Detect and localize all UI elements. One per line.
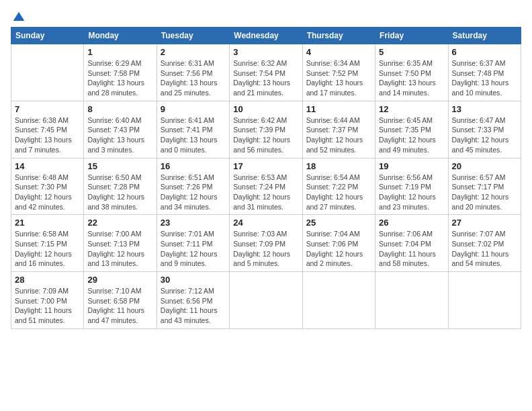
day-number: 6 [452, 47, 517, 57]
day-number: 7 [15, 104, 80, 114]
day-number: 10 [233, 104, 298, 114]
header-cell-saturday: Saturday [448, 28, 521, 44]
day-number: 12 [379, 104, 444, 114]
calendar-table: SundayMondayTuesdayWednesdayThursdayFrid… [11, 27, 521, 329]
header-cell-sunday: Sunday [11, 28, 84, 44]
day-number: 21 [15, 218, 80, 228]
day-cell: 20Sunrise: 6:57 AMSunset: 7:17 PMDayligh… [448, 158, 521, 215]
day-cell: 12Sunrise: 6:45 AMSunset: 7:35 PMDayligh… [375, 101, 448, 158]
header-cell-thursday: Thursday [302, 28, 375, 44]
day-cell: 3Sunrise: 6:32 AMSunset: 7:54 PMDaylight… [230, 44, 302, 101]
day-number: 24 [233, 218, 298, 228]
day-number: 17 [233, 161, 298, 171]
svg-marker-0 [13, 12, 25, 21]
page-header [11, 11, 521, 21]
day-info: Sunrise: 7:12 AMSunset: 6:56 PMDaylight:… [161, 286, 226, 326]
day-cell: 26Sunrise: 7:06 AMSunset: 7:04 PMDayligh… [375, 215, 448, 272]
day-info: Sunrise: 6:58 AMSunset: 7:15 PMDaylight:… [15, 229, 80, 269]
header-row: SundayMondayTuesdayWednesdayThursdayFrid… [11, 28, 521, 44]
day-cell: 5Sunrise: 6:35 AMSunset: 7:50 PMDaylight… [375, 44, 448, 101]
day-cell: 4Sunrise: 6:34 AMSunset: 7:52 PMDaylight… [302, 44, 375, 101]
day-number: 25 [306, 218, 371, 228]
day-cell: 15Sunrise: 6:50 AMSunset: 7:28 PMDayligh… [84, 158, 157, 215]
week-row-2: 7Sunrise: 6:38 AMSunset: 7:45 PMDaylight… [11, 101, 521, 158]
day-cell: 23Sunrise: 7:01 AMSunset: 7:11 PMDayligh… [157, 215, 229, 272]
day-cell: 21Sunrise: 6:58 AMSunset: 7:15 PMDayligh… [11, 215, 84, 272]
header-cell-monday: Monday [84, 28, 157, 44]
day-cell: 27Sunrise: 7:07 AMSunset: 7:02 PMDayligh… [448, 215, 521, 272]
day-number: 27 [452, 218, 517, 228]
day-info: Sunrise: 6:54 AMSunset: 7:22 PMDaylight:… [306, 173, 371, 212]
week-row-3: 14Sunrise: 6:48 AMSunset: 7:30 PMDayligh… [11, 158, 521, 215]
day-number: 16 [161, 161, 226, 171]
day-cell: 22Sunrise: 7:00 AMSunset: 7:13 PMDayligh… [84, 215, 157, 272]
day-info: Sunrise: 6:41 AMSunset: 7:41 PMDaylight:… [161, 116, 226, 155]
day-number: 29 [87, 275, 152, 285]
day-number: 30 [161, 275, 226, 285]
day-number: 11 [306, 104, 371, 114]
day-cell: 6Sunrise: 6:37 AMSunset: 7:48 PMDaylight… [448, 44, 521, 101]
day-number: 1 [87, 47, 152, 57]
day-number: 20 [452, 161, 517, 171]
day-info: Sunrise: 6:40 AMSunset: 7:43 PMDaylight:… [87, 116, 152, 155]
day-number: 5 [379, 47, 444, 57]
day-info: Sunrise: 6:31 AMSunset: 7:56 PMDaylight:… [161, 58, 226, 98]
day-number: 2 [161, 47, 226, 57]
day-cell [302, 272, 375, 329]
logo [11, 11, 26, 21]
day-number: 8 [87, 104, 152, 114]
day-cell: 16Sunrise: 6:51 AMSunset: 7:26 PMDayligh… [157, 158, 229, 215]
week-row-4: 21Sunrise: 6:58 AMSunset: 7:15 PMDayligh… [11, 215, 521, 272]
day-cell: 19Sunrise: 6:56 AMSunset: 7:19 PMDayligh… [375, 158, 448, 215]
logo-icon [12, 11, 26, 24]
day-number: 18 [306, 161, 371, 171]
day-info: Sunrise: 6:48 AMSunset: 7:30 PMDaylight:… [15, 173, 80, 212]
day-cell: 9Sunrise: 6:41 AMSunset: 7:41 PMDaylight… [157, 101, 229, 158]
day-cell: 8Sunrise: 6:40 AMSunset: 7:43 PMDaylight… [84, 101, 157, 158]
day-cell: 28Sunrise: 7:09 AMSunset: 7:00 PMDayligh… [11, 272, 84, 329]
day-number: 4 [306, 47, 371, 57]
day-info: Sunrise: 6:42 AMSunset: 7:39 PMDaylight:… [233, 116, 298, 155]
day-number: 3 [233, 47, 298, 57]
header-cell-wednesday: Wednesday [230, 28, 302, 44]
day-number: 15 [87, 161, 152, 171]
day-cell [448, 272, 521, 329]
header-cell-friday: Friday [375, 28, 448, 44]
day-cell: 14Sunrise: 6:48 AMSunset: 7:30 PMDayligh… [11, 158, 84, 215]
day-cell: 25Sunrise: 7:04 AMSunset: 7:06 PMDayligh… [302, 215, 375, 272]
day-number: 26 [379, 218, 444, 228]
day-info: Sunrise: 6:47 AMSunset: 7:33 PMDaylight:… [452, 116, 517, 155]
day-cell: 11Sunrise: 6:44 AMSunset: 7:37 PMDayligh… [302, 101, 375, 158]
day-cell: 13Sunrise: 6:47 AMSunset: 7:33 PMDayligh… [448, 101, 521, 158]
day-cell: 18Sunrise: 6:54 AMSunset: 7:22 PMDayligh… [302, 158, 375, 215]
header-cell-tuesday: Tuesday [157, 28, 229, 44]
day-info: Sunrise: 6:44 AMSunset: 7:37 PMDaylight:… [306, 116, 371, 155]
day-cell: 7Sunrise: 6:38 AMSunset: 7:45 PMDaylight… [11, 101, 84, 158]
day-info: Sunrise: 7:10 AMSunset: 6:58 PMDaylight:… [87, 286, 152, 326]
day-info: Sunrise: 7:00 AMSunset: 7:13 PMDaylight:… [87, 229, 152, 269]
day-cell [230, 272, 302, 329]
day-info: Sunrise: 6:38 AMSunset: 7:45 PMDaylight:… [15, 116, 80, 155]
day-info: Sunrise: 7:03 AMSunset: 7:09 PMDaylight:… [233, 229, 298, 269]
day-info: Sunrise: 6:32 AMSunset: 7:54 PMDaylight:… [233, 58, 298, 98]
day-cell: 30Sunrise: 7:12 AMSunset: 6:56 PMDayligh… [157, 272, 229, 329]
day-info: Sunrise: 6:53 AMSunset: 7:24 PMDaylight:… [233, 173, 298, 212]
day-cell: 24Sunrise: 7:03 AMSunset: 7:09 PMDayligh… [230, 215, 302, 272]
day-info: Sunrise: 6:29 AMSunset: 7:58 PMDaylight:… [87, 58, 152, 98]
day-info: Sunrise: 7:07 AMSunset: 7:02 PMDaylight:… [452, 229, 517, 269]
day-number: 9 [161, 104, 226, 114]
day-number: 13 [452, 104, 517, 114]
day-cell: 2Sunrise: 6:31 AMSunset: 7:56 PMDaylight… [157, 44, 229, 101]
day-info: Sunrise: 6:56 AMSunset: 7:19 PMDaylight:… [379, 173, 444, 212]
day-info: Sunrise: 7:01 AMSunset: 7:11 PMDaylight:… [161, 229, 226, 269]
day-number: 19 [379, 161, 444, 171]
day-number: 23 [161, 218, 226, 228]
day-info: Sunrise: 7:06 AMSunset: 7:04 PMDaylight:… [379, 229, 444, 269]
day-info: Sunrise: 6:45 AMSunset: 7:35 PMDaylight:… [379, 116, 444, 155]
day-number: 22 [87, 218, 152, 228]
week-row-1: 1Sunrise: 6:29 AMSunset: 7:58 PMDaylight… [11, 44, 521, 101]
day-info: Sunrise: 6:50 AMSunset: 7:28 PMDaylight:… [87, 173, 152, 212]
day-cell: 17Sunrise: 6:53 AMSunset: 7:24 PMDayligh… [230, 158, 302, 215]
day-number: 28 [15, 275, 80, 285]
day-info: Sunrise: 7:04 AMSunset: 7:06 PMDaylight:… [306, 229, 371, 269]
